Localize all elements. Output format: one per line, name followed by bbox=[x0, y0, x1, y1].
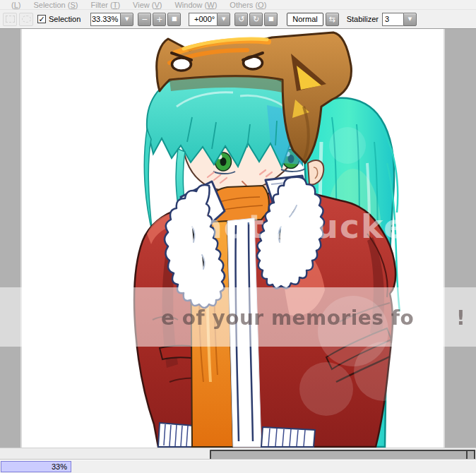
swap-arrows-icon: ⇆ bbox=[329, 16, 335, 23]
square-icon: ■ bbox=[268, 16, 274, 22]
square-icon: ■ bbox=[172, 16, 177, 22]
workspace: Photobucket e of your memories fo ! bbox=[0, 28, 476, 448]
toolbar: ✓ Selection 33.33% ▼ − + ■ +000° ▼ ↺ ↻ ■… bbox=[0, 10, 476, 28]
zoom-out-button[interactable]: − bbox=[138, 13, 151, 26]
checkmark-icon: ✓ bbox=[38, 16, 44, 23]
rotate-ccw-icon: ↺ bbox=[238, 16, 244, 23]
menubar: (L) Selection (S) Filter (T) View (V) Wi… bbox=[0, 0, 476, 10]
angle-value-field[interactable]: +000° bbox=[189, 13, 217, 26]
stabilizer-combo: 3 ▼ bbox=[382, 13, 417, 26]
horizontal-scrollbar-track[interactable] bbox=[0, 448, 476, 459]
artwork-illustration bbox=[22, 29, 444, 448]
zoom-in-button[interactable]: + bbox=[153, 13, 166, 26]
stabilizer-label: Stabilizer bbox=[347, 15, 379, 23]
zoom-progress-value: 33% bbox=[52, 462, 67, 471]
statusbar: 33% bbox=[0, 459, 476, 473]
rotate-ccw-button[interactable]: ↺ bbox=[234, 13, 248, 26]
lasso-selection-button[interactable] bbox=[19, 13, 33, 26]
selection-checkbox-label: Selection bbox=[49, 15, 81, 23]
transform-icon bbox=[6, 16, 15, 23]
zoom-progress-chip: 33% bbox=[1, 461, 71, 472]
stabilizer-value-field[interactable]: 3 bbox=[382, 13, 403, 26]
menu-item-l[interactable]: (L) bbox=[5, 1, 27, 9]
selection-checkbox[interactable]: ✓ bbox=[37, 15, 46, 23]
menu-item-view[interactable]: View (V) bbox=[126, 1, 168, 9]
minus-icon: − bbox=[141, 16, 148, 23]
chevron-down-icon: ▼ bbox=[222, 17, 225, 22]
menu-item-window[interactable]: Window (W) bbox=[168, 1, 223, 9]
stabilizer-dropdown-button[interactable]: ▼ bbox=[403, 13, 417, 26]
transform-selection-button[interactable] bbox=[3, 13, 17, 26]
rotate-reset-button[interactable]: ■ bbox=[264, 13, 278, 26]
menu-item-others[interactable]: Others (O) bbox=[223, 1, 273, 9]
watermark-exclaim-text: ! bbox=[456, 306, 465, 330]
plus-icon: + bbox=[156, 16, 162, 23]
flip-canvas-button[interactable]: ⇆ bbox=[326, 13, 339, 26]
rotate-cw-icon: ↻ bbox=[253, 16, 259, 23]
paint-app-window: (L) Selection (S) Filter (T) View (V) Wi… bbox=[0, 0, 476, 473]
blend-mode-button[interactable]: Normal bbox=[287, 13, 323, 26]
menu-item-filter[interactable]: Filter (T) bbox=[84, 1, 126, 9]
zoom-reset-button[interactable]: ■ bbox=[167, 13, 181, 26]
zoom-value-field[interactable]: 33.33% bbox=[90, 13, 120, 26]
zoom-combo: 33.33% ▼ bbox=[90, 13, 133, 26]
angle-dropdown-button[interactable]: ▼ bbox=[217, 13, 230, 26]
chevron-down-icon: ▼ bbox=[125, 17, 129, 22]
angle-combo: +000° ▼ bbox=[189, 13, 230, 26]
menu-item-selection[interactable]: Selection (S) bbox=[27, 1, 84, 9]
lasso-icon bbox=[22, 16, 31, 23]
zoom-dropdown-button[interactable]: ▼ bbox=[120, 13, 133, 26]
chevron-down-icon: ▼ bbox=[408, 17, 412, 22]
canvas[interactable]: Photobucket bbox=[22, 29, 444, 448]
rotate-cw-button[interactable]: ↻ bbox=[249, 13, 263, 26]
